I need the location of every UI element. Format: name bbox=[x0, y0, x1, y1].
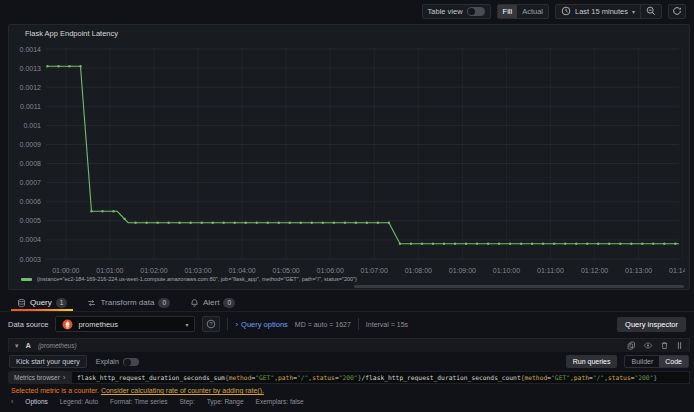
remove-query-trash-button[interactable] bbox=[660, 341, 669, 350]
query-options-summary-row[interactable]: › Options Legend: Auto Format: Time seri… bbox=[8, 398, 690, 405]
table-view-label: Table view bbox=[428, 7, 463, 16]
legend-scrollbar[interactable] bbox=[354, 285, 684, 288]
tab-query-label: Query bbox=[30, 298, 52, 307]
tab-query[interactable]: Query 1 bbox=[8, 295, 76, 310]
warning-rate-link[interactable]: Consider calculating rate of counter by … bbox=[101, 387, 264, 394]
table-view-toggle[interactable] bbox=[467, 7, 485, 16]
options-title: Options bbox=[25, 398, 47, 405]
svg-text:01:10:00: 01:10:00 bbox=[493, 267, 520, 274]
tab-transform-data[interactable]: Transform data 0 bbox=[78, 295, 179, 310]
svg-text:0.0005: 0.0005 bbox=[20, 217, 42, 224]
help-circle-icon: ? bbox=[206, 319, 216, 329]
query-inspector-button[interactable]: Query inspector bbox=[617, 317, 686, 332]
metrics-browser-label: Metrics browser bbox=[14, 374, 60, 381]
drag-handle[interactable] bbox=[676, 341, 683, 350]
panel-editor-toolbar: Table view Fill Actual Last 15 minutes ▾ bbox=[0, 0, 694, 22]
chevron-down-icon: ▾ bbox=[632, 8, 635, 15]
svg-text:01:09:00: 01:09:00 bbox=[449, 267, 476, 274]
options-exemplars: Exemplars: false bbox=[256, 398, 304, 405]
svg-text:01:07:00: 01:07:00 bbox=[361, 267, 388, 274]
svg-text:01:03:00: 01:03:00 bbox=[184, 267, 211, 274]
explain-label: Explain bbox=[96, 358, 119, 365]
svg-text:01:13:00: 01:13:00 bbox=[625, 267, 652, 274]
promql-editor: Metrics browser › flask_http_request_dur… bbox=[8, 371, 690, 384]
options-step: Step: bbox=[180, 398, 195, 405]
max-data-points-summary: MD = auto = 1627 bbox=[295, 321, 351, 328]
data-source-value: prometheus bbox=[78, 320, 118, 329]
time-range-label: Last 15 minutes bbox=[575, 7, 628, 16]
editor-tabs: Query 1 Transform data 0 Alert 0 bbox=[8, 295, 244, 310]
transform-icon bbox=[87, 298, 96, 308]
metrics-browser-button[interactable]: Metrics browser › bbox=[8, 371, 71, 384]
svg-text:0.0011: 0.0011 bbox=[20, 103, 41, 110]
query-row-header[interactable]: ▾ A (prometheus) bbox=[8, 338, 690, 352]
chevron-down-icon[interactable]: ▾ bbox=[15, 342, 19, 350]
timeseries-chart[interactable]: 01:00:0001:01:0001:02:0001:03:0001:04:00… bbox=[9, 39, 685, 289]
code-mode-button[interactable]: Code bbox=[659, 356, 688, 367]
svg-text:0.0004: 0.0004 bbox=[20, 236, 42, 243]
chart-legend[interactable]: {instance="ec2-184-169-216-224.us-west-1… bbox=[21, 276, 357, 282]
svg-text:0.0003: 0.0003 bbox=[20, 256, 42, 263]
tab-transform-count: 0 bbox=[158, 298, 170, 308]
data-source-help-button[interactable]: ? bbox=[202, 316, 220, 332]
divider bbox=[0, 311, 694, 312]
interval-summary: Interval = 15s bbox=[366, 321, 408, 328]
timeseries-panel: Flask App Endpoint Latency 01:00:0001:01… bbox=[8, 24, 690, 290]
svg-text:01:04:00: 01:04:00 bbox=[228, 267, 255, 274]
svg-text:0.0012: 0.0012 bbox=[20, 84, 42, 91]
data-source-row: Data source prometheus ▾ ? › Query optio… bbox=[8, 315, 686, 333]
database-icon bbox=[17, 298, 26, 308]
zoom-out-button[interactable] bbox=[641, 5, 661, 18]
refresh-button[interactable] bbox=[668, 4, 686, 19]
promql-expression[interactable]: flask_http_request_duration_seconds_sum{… bbox=[71, 371, 690, 384]
chevron-right-icon: › bbox=[235, 320, 238, 329]
query-row-actions bbox=[627, 341, 683, 350]
query-ref-id: A bbox=[26, 341, 31, 350]
bell-icon bbox=[190, 298, 199, 308]
tab-alert[interactable]: Alert 0 bbox=[181, 295, 244, 310]
fill-actual-group: Fill Actual bbox=[497, 4, 549, 19]
time-picker-group: Last 15 minutes ▾ bbox=[555, 4, 662, 19]
svg-text:01:00:00: 01:00:00 bbox=[52, 267, 79, 274]
counter-warning: Selected metric is a counter. Consider c… bbox=[8, 387, 690, 394]
query-datasource-hint: (prometheus) bbox=[38, 342, 77, 349]
options-legend: Legend: Auto bbox=[60, 398, 98, 405]
table-view-group: Table view bbox=[422, 4, 491, 19]
builder-mode-button[interactable]: Builder bbox=[625, 356, 659, 367]
fill-button[interactable]: Fill bbox=[498, 5, 518, 18]
series-legend-label: {instance="ec2-184-169-216-224.us-west-1… bbox=[37, 276, 357, 282]
svg-text:01:14:00: 01:14:00 bbox=[669, 267, 685, 274]
zoom-out-icon bbox=[646, 6, 656, 16]
data-source-picker[interactable]: prometheus ▾ bbox=[55, 316, 195, 332]
duplicate-query-button[interactable] bbox=[627, 341, 636, 350]
svg-text:0.0009: 0.0009 bbox=[20, 141, 42, 148]
explain-toggle[interactable] bbox=[123, 358, 139, 366]
svg-text:0.0013: 0.0013 bbox=[20, 65, 42, 72]
run-queries-button[interactable]: Run queries bbox=[566, 355, 618, 368]
tab-alert-count: 0 bbox=[223, 298, 235, 308]
explain-control[interactable]: Explain bbox=[96, 358, 139, 366]
options-format: Format: Time series bbox=[110, 398, 167, 405]
warning-text: Selected metric is a counter. bbox=[11, 387, 99, 394]
prometheus-logo-icon bbox=[62, 319, 73, 330]
divider bbox=[358, 318, 359, 330]
table-view-control[interactable]: Table view bbox=[423, 5, 490, 18]
svg-text:0.0014: 0.0014 bbox=[20, 46, 42, 53]
time-range-button[interactable]: Last 15 minutes ▾ bbox=[556, 5, 640, 18]
divider bbox=[227, 318, 228, 330]
svg-text:0.001: 0.001 bbox=[23, 122, 41, 129]
actual-button[interactable]: Actual bbox=[517, 5, 548, 18]
hide-response-eye-button[interactable] bbox=[643, 341, 653, 350]
series-color-mark bbox=[21, 278, 32, 281]
svg-text:01:02:00: 01:02:00 bbox=[140, 267, 167, 274]
query-options-label: Query options bbox=[241, 320, 288, 329]
builder-code-switch: Builder Code bbox=[624, 355, 689, 368]
kick-start-query-button[interactable]: Kick start your query bbox=[9, 355, 87, 368]
tab-alert-label: Alert bbox=[203, 298, 219, 307]
query-options-toggle[interactable]: › Query options bbox=[235, 320, 287, 329]
svg-text:01:01:00: 01:01:00 bbox=[96, 267, 123, 274]
chevron-right-icon: › bbox=[63, 374, 65, 381]
svg-text:0.0008: 0.0008 bbox=[20, 160, 42, 167]
query-run-controls: Run queries Builder Code bbox=[566, 355, 689, 368]
options-type: Type: Range bbox=[207, 398, 244, 405]
